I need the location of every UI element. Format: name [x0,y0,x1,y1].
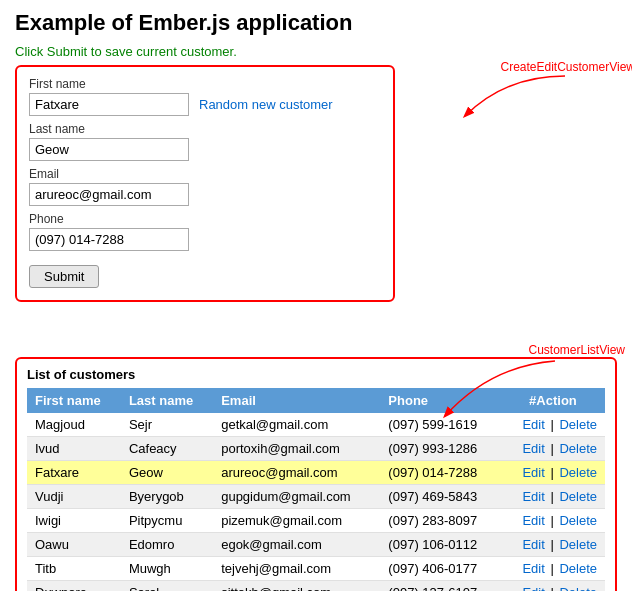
delete-link[interactable]: Delete [559,537,597,552]
first-name-input[interactable] [29,93,189,116]
cell-last-name: Byerygob [121,485,213,509]
edit-link[interactable]: Edit [522,537,544,552]
table-row: VudjiByerygobgupgidum@gmail.com(097) 469… [27,485,605,509]
table-row: DuwnoreSaralsittokb@gmail.com(097) 137-6… [27,581,605,592]
edit-link[interactable]: Edit [522,561,544,576]
cell-email: pizemuk@gmail.com [213,509,380,533]
delete-link[interactable]: Delete [559,513,597,528]
cell-action: Edit | Delete [501,437,605,461]
cell-email: arureoc@gmail.com [213,461,380,485]
create-edit-view-annotation: CreateEditCustomerView [500,59,632,74]
cell-email: gupgidum@gmail.com [213,485,380,509]
table-row: IvudCafeacyportoxih@gmail.com(097) 993-1… [27,437,605,461]
delete-link[interactable]: Delete [559,489,597,504]
cell-action: Edit | Delete [501,509,605,533]
cell-phone: (097) 106-0112 [380,533,501,557]
cell-first-name: Titb [27,557,121,581]
cell-first-name: Iwigi [27,509,121,533]
cell-phone: (097) 406-0177 [380,557,501,581]
create-view-arrow [445,71,575,126]
submit-button[interactable]: Submit [29,265,99,288]
action-separator: | [547,489,558,504]
action-separator: | [547,441,558,456]
col-header-first-name: First name [27,388,121,413]
cell-phone: (097) 014-7288 [380,461,501,485]
cell-action: Edit | Delete [501,557,605,581]
delete-link[interactable]: Delete [559,561,597,576]
cell-first-name: Ivud [27,437,121,461]
cell-last-name: Sejr [121,413,213,437]
email-input[interactable] [29,183,189,206]
last-name-row: Last name [29,122,381,161]
email-label: Email [29,167,381,181]
action-separator: | [547,537,558,552]
cell-phone: (097) 993-1286 [380,437,501,461]
first-name-row: First name Random new customer [29,77,381,116]
table-row: FatxareGeowarureoc@gmail.com(097) 014-72… [27,461,605,485]
edit-link[interactable]: Edit [522,465,544,480]
cell-email: sittokb@gmail.com [213,581,380,592]
cell-first-name: Oawu [27,533,121,557]
random-new-customer-link[interactable]: Random new customer [199,97,333,112]
action-separator: | [547,585,558,591]
phone-input[interactable] [29,228,189,251]
cell-action: Edit | Delete [501,581,605,592]
edit-link[interactable]: Edit [522,513,544,528]
table-row: IwigiPitpycmupizemuk@gmail.com(097) 283-… [27,509,605,533]
action-separator: | [547,561,558,576]
first-name-label: First name [29,77,381,91]
page-title: Example of Ember.js application [15,10,617,36]
delete-link[interactable]: Delete [559,441,597,456]
edit-link[interactable]: Edit [522,441,544,456]
cell-action: Edit | Delete [501,485,605,509]
cell-first-name: Fatxare [27,461,121,485]
cell-last-name: Saral [121,581,213,592]
email-row: Email [29,167,381,206]
cell-first-name: Duwnore [27,581,121,592]
action-separator: | [547,513,558,528]
phone-label: Phone [29,212,381,226]
list-view-arrow [430,356,570,426]
submit-hint: Click Submit to save current customer. [15,44,617,59]
edit-link[interactable]: Edit [522,489,544,504]
phone-row: Phone [29,212,381,251]
col-header-last-name: Last name [121,388,213,413]
action-separator: | [547,465,558,480]
cell-email: tejvehj@gmail.com [213,557,380,581]
cell-phone: (097) 469-5843 [380,485,501,509]
last-name-label: Last name [29,122,381,136]
edit-link[interactable]: Edit [522,585,544,591]
cell-phone: (097) 283-8097 [380,509,501,533]
cell-email: portoxih@gmail.com [213,437,380,461]
cell-last-name: Cafeacy [121,437,213,461]
cell-email: egok@gmail.com [213,533,380,557]
cell-email: getkal@gmail.com [213,413,380,437]
cell-action: Edit | Delete [501,461,605,485]
cell-last-name: Pitpycmu [121,509,213,533]
cell-action: Edit | Delete [501,533,605,557]
create-edit-form: First name Random new customer Last name… [15,65,395,302]
last-name-input[interactable] [29,138,189,161]
cell-last-name: Edomro [121,533,213,557]
cell-last-name: Geow [121,461,213,485]
delete-link[interactable]: Delete [559,585,597,591]
table-row: OawuEdomroegok@gmail.com(097) 106-0112Ed… [27,533,605,557]
delete-link[interactable]: Delete [559,465,597,480]
cell-phone: (097) 137-6107 [380,581,501,592]
customer-list-view-annotation: CustomerListView [529,342,625,357]
cell-first-name: Magjoud [27,413,121,437]
col-header-email: Email [213,388,380,413]
cell-last-name: Muwgh [121,557,213,581]
table-row: TitbMuwghtejvehj@gmail.com(097) 406-0177… [27,557,605,581]
cell-first-name: Vudji [27,485,121,509]
